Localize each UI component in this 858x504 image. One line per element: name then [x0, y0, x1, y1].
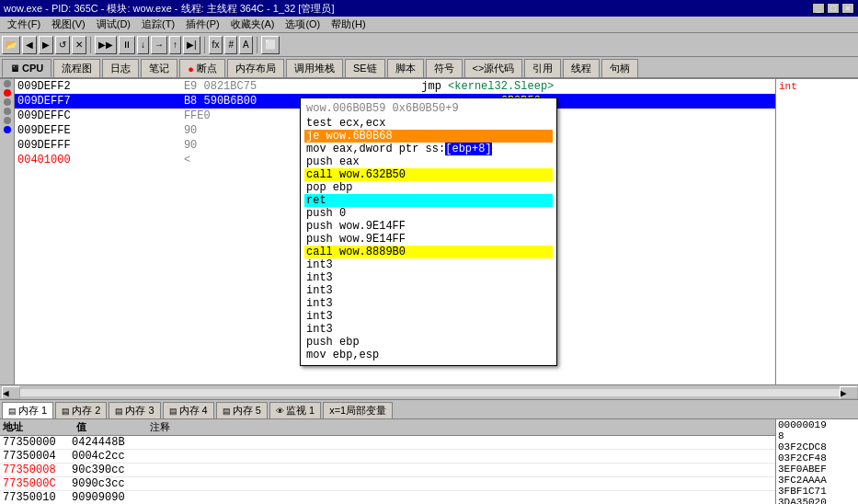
- mem-table-area: 地址 值 注释 77350000 0424448B 77350004 0004c…: [0, 419, 775, 504]
- tab-cpu[interactable]: 🖥 CPU: [2, 59, 51, 77]
- tb-run[interactable]: ▶▶: [95, 36, 117, 54]
- reg-row-8: 3DA35020: [776, 497, 858, 504]
- tab-callstack-label: 调用堆栈: [294, 62, 335, 75]
- menu-options[interactable]: 选项(O): [280, 17, 326, 32]
- disasm-addr-3: 009DEFFC: [15, 109, 181, 123]
- mem-row-1[interactable]: 77350000 0424448B: [0, 436, 775, 450]
- menu-view[interactable]: 视图(V): [46, 17, 91, 32]
- maximize-button[interactable]: □: [827, 3, 840, 14]
- disasm-bytes-1: E9 0821BC75: [181, 79, 418, 94]
- disasm-instr-1: jmp <kernel32.Sleep>: [418, 79, 775, 94]
- tb-sep1: [90, 37, 91, 53]
- mem-header-addr: 地址: [3, 420, 76, 434]
- popup-disasm[interactable]: wow.006B0B59 0x6B0B50+9 test ecx,ecx je …: [300, 97, 557, 366]
- popup-row-2: je wow.6B0B68: [304, 130, 553, 143]
- tab-mem3[interactable]: ▤ 内存 3: [109, 402, 160, 418]
- minimize-button[interactable]: _: [812, 3, 825, 14]
- tab-locals-label: x=1局部变量: [329, 404, 386, 418]
- menu-plugins[interactable]: 插件(P): [180, 17, 225, 32]
- menu-file[interactable]: 文件(F): [2, 17, 46, 32]
- scroll-left-btn[interactable]: ◀: [2, 386, 20, 399]
- tab-mem4[interactable]: ▤ 内存 4: [163, 402, 214, 418]
- tab-source[interactable]: <>源代码: [464, 59, 523, 77]
- tb-fx[interactable]: fx: [209, 36, 223, 54]
- disasm-addr-4: 009DEFFE: [15, 123, 181, 138]
- popup-row-5: call wow.632B50: [304, 168, 553, 181]
- reg-row-7: 3FBF1C71: [776, 486, 858, 497]
- mem-row-5[interactable]: 77350010 90909090: [0, 491, 775, 504]
- mem-row-4[interactable]: 7735000C 9090c3cc: [0, 477, 775, 491]
- mem-header: 地址 值 注释: [0, 419, 775, 436]
- menu-trace[interactable]: 追踪(T): [136, 17, 180, 32]
- tb-forward[interactable]: ▶: [39, 36, 53, 54]
- tab-locals[interactable]: x=1局部变量: [323, 402, 393, 418]
- gutter-dot-2: [4, 89, 11, 97]
- tab-symbols[interactable]: 符号: [426, 59, 463, 77]
- tab-refs[interactable]: 引用: [524, 59, 561, 77]
- tb-step-over[interactable]: →: [151, 36, 167, 54]
- tb-run-to-cursor[interactable]: ▶|: [183, 36, 200, 54]
- tb-step-into[interactable]: ↓: [137, 36, 149, 54]
- scroll-right-btn[interactable]: ▶: [840, 386, 858, 399]
- mem-addr-1: 77350000: [3, 436, 72, 449]
- tab-mem5[interactable]: ▤ 内存 5: [216, 402, 268, 418]
- tab-source-label: <>源代码: [473, 62, 515, 75]
- tab-handles[interactable]: 句柄: [601, 59, 638, 77]
- tb-A[interactable]: A: [239, 36, 253, 54]
- tb-restart[interactable]: ↺: [55, 36, 70, 54]
- reg-row-2: 8: [776, 430, 858, 441]
- mem-addr-4: 7735000C: [3, 477, 72, 490]
- mem1-icon: ▤: [8, 407, 17, 416]
- disasm-addr-6: 00401000: [15, 153, 181, 167]
- tab-mem1-label: 内存 1: [18, 404, 47, 418]
- memory-panel: 地址 值 注释 77350000 0424448B 77350004 0004c…: [0, 419, 858, 504]
- tab-mem2[interactable]: ▤ 内存 2: [55, 402, 107, 418]
- tb-hex[interactable]: ⬜: [261, 36, 280, 54]
- left-gutter: [0, 79, 15, 384]
- menu-favorites[interactable]: 收藏夹(A): [225, 17, 280, 32]
- tb-open[interactable]: 📂: [2, 36, 20, 54]
- popup-row-19: mov ebp,esp: [304, 349, 553, 361]
- menu-debug[interactable]: 调试(D): [91, 17, 136, 32]
- tab-watch1-label: 监视 1: [286, 404, 315, 418]
- tab-flowgraph[interactable]: 流程图: [53, 59, 100, 77]
- tab-log[interactable]: 日志: [102, 59, 139, 77]
- mem-row-2[interactable]: 77350004 0004c2cc: [0, 450, 775, 464]
- disasm-panel[interactable]: 009DEFF2 E9 0821BC75 jmp <kernel32.Sleep…: [15, 79, 775, 384]
- close-button[interactable]: ×: [841, 3, 854, 14]
- tab-notes[interactable]: 笔记: [141, 59, 177, 77]
- mem-comment-5: [150, 491, 772, 504]
- cpu-tab-icon: 🖥: [10, 63, 19, 74]
- popup-row-6: pop ebp: [304, 181, 553, 194]
- title-text: wow.exe - PID: 365C - 模块: wow.exe - 线程: …: [4, 2, 334, 16]
- mem-row-3[interactable]: 77350008 90c390cc: [0, 464, 775, 477]
- mem5-icon: ▤: [223, 407, 231, 416]
- tab-breakpoints[interactable]: ● 断点: [179, 59, 225, 77]
- disasm-row-1[interactable]: 009DEFF2 E9 0821BC75 jmp <kernel32.Sleep…: [15, 79, 775, 94]
- tab-memory-layout[interactable]: 内存布局: [227, 59, 284, 77]
- popup-row-4: push eax: [304, 155, 553, 168]
- menu-bar: 文件(F) 视图(V) 调试(D) 追踪(T) 插件(P) 收藏夹(A) 选项(…: [0, 17, 858, 33]
- tab-mem2-label: 内存 2: [72, 404, 100, 418]
- menu-help[interactable]: 帮助(H): [326, 17, 371, 32]
- tb-hash[interactable]: #: [224, 36, 237, 54]
- tab-script[interactable]: 脚本: [387, 59, 424, 77]
- tb-pause[interactable]: ⏸: [119, 36, 135, 54]
- gutter-dot-3: [4, 98, 11, 106]
- tb-back[interactable]: ◀: [22, 36, 37, 54]
- bottom-tabs: ▤ 内存 1 ▤ 内存 2 ▤ 内存 3 ▤ 内存 4 ▤ 内存 5 👁 监视 …: [0, 399, 858, 419]
- disasm-addr-2: 009DEFF7: [15, 94, 181, 109]
- tab-threads[interactable]: 线程: [563, 59, 600, 77]
- tab-se-chain[interactable]: SE链: [345, 59, 385, 77]
- tab-callstack[interactable]: 调用堆栈: [286, 59, 343, 77]
- disasm-addr-5: 009DEFFF: [15, 138, 181, 153]
- h-scroll[interactable]: ◀ ▶: [0, 384, 858, 399]
- scroll-track[interactable]: [20, 389, 840, 396]
- tab-watch1[interactable]: 👁 监视 1: [269, 402, 321, 418]
- title-bar-buttons: _ □ ×: [812, 3, 854, 14]
- popup-row-17: int3: [304, 323, 553, 336]
- tb-step-out[interactable]: ↑: [169, 36, 181, 54]
- popup-row-11: call wow.8889B0: [304, 246, 553, 258]
- tab-mem1[interactable]: ▤ 内存 1: [2, 402, 53, 418]
- tb-close[interactable]: ✕: [72, 36, 86, 54]
